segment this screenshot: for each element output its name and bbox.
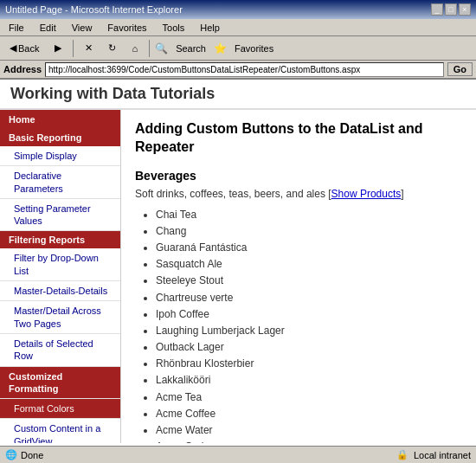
sidebar-item-simple-display[interactable]: Simple Display [0, 146, 120, 166]
sidebar-item-custom-content-gridview[interactable]: Custom Content in a GridView [0, 419, 120, 443]
favorites-icon: ⭐ [214, 42, 227, 55]
menu-help[interactable]: Help [196, 22, 223, 34]
content-area: Adding Custom Buttons to the DataList an… [121, 110, 476, 443]
list-item: Outback Lager [156, 339, 462, 356]
sidebar: Home Basic Reporting Simple Display Decl… [0, 110, 121, 443]
list-item: Chang [156, 223, 462, 240]
window-title: Untitled Page - Microsoft Internet Explo… [5, 4, 183, 15]
sidebar-item-filter-dropdown[interactable]: Filter by Drop-Down List [0, 248, 120, 281]
window-controls[interactable]: _ □ × [431, 3, 471, 16]
sidebar-item-master-detail-across[interactable]: Master/Detail Across Two Pages [0, 301, 120, 334]
address-bar: Address Go [0, 61, 476, 80]
stop-button[interactable]: ✕ [79, 40, 99, 56]
sidebar-item-setting-parameter-values[interactable]: Setting Parameter Values [0, 199, 120, 232]
page-header-title: Working with Data Tutorials [10, 85, 215, 102]
forward-button[interactable]: ▶ [48, 40, 68, 56]
status-right: 🔒 Local intranet [396, 449, 471, 460]
minimize-button[interactable]: _ [431, 3, 443, 16]
address-label: Address [3, 64, 42, 74]
beverages-show-products-link[interactable]: Show Products [331, 188, 402, 200]
list-item: Ipoh Coffee [156, 306, 462, 323]
zone-text: Local intranet [414, 450, 471, 460]
refresh-button[interactable]: ↻ [102, 40, 122, 56]
status-bar: 🌐 Done 🔒 Local intranet [0, 446, 476, 463]
home-button[interactable]: ⌂ [125, 41, 144, 56]
search-button[interactable]: Search [170, 41, 212, 56]
sidebar-item-format-colors[interactable]: Format Colors [0, 399, 120, 419]
menu-edit[interactable]: Edit [36, 22, 60, 34]
list-item: Lakkalikööri [156, 372, 462, 389]
menu-file[interactable]: File [5, 22, 28, 34]
menu-tools[interactable]: Tools [159, 22, 189, 34]
list-item: Chartreuse verte [156, 290, 462, 306]
list-item: Rhönbrau Klosterbier [156, 356, 462, 372]
sidebar-item-declarative-parameters[interactable]: Declarative Parameters [0, 166, 120, 199]
main-layout: Home Basic Reporting Simple Display Decl… [0, 110, 476, 443]
status-left: 🌐 Done [5, 449, 43, 460]
sidebar-section-basic-reporting[interactable]: Basic Reporting [0, 129, 120, 146]
title-bar: Untitled Page - Microsoft Internet Explo… [0, 0, 476, 19]
beverages-product-list: Chai Tea Chang Guaraná Fantástica Sasqua… [156, 207, 462, 443]
sidebar-section-filtering-reports[interactable]: Filtering Reports [0, 231, 120, 248]
list-item: Sasquatch Ale [156, 256, 462, 273]
sidebar-section-customized-formatting[interactable]: Customized Formatting [0, 367, 120, 400]
lock-icon: 🔒 [396, 449, 408, 460]
list-item: Chai Tea [156, 207, 462, 223]
sidebar-item-master-details[interactable]: Master-Details-Details [0, 281, 120, 301]
list-item: Steeleye Stout [156, 273, 462, 289]
list-item: Acme Tea [156, 389, 462, 406]
go-button[interactable]: Go [447, 62, 473, 76]
content-title: Adding Custom Buttons to the DataList an… [135, 120, 462, 157]
sidebar-home[interactable]: Home [0, 110, 120, 129]
list-item: Acme Water [156, 422, 462, 439]
list-item: Acme Coffee [156, 406, 462, 422]
close-button[interactable]: × [459, 3, 471, 16]
page-header: Working with Data Tutorials [0, 80, 476, 110]
toolbar-separator-1 [73, 40, 74, 57]
menu-favorites[interactable]: Favorites [104, 22, 150, 34]
menu-view[interactable]: View [68, 22, 96, 34]
toolbar-separator-2 [149, 40, 150, 57]
back-button[interactable]: ◀ Back [3, 40, 45, 56]
search-icon: 🔍 [155, 42, 168, 55]
sidebar-item-details-selected-row[interactable]: Details of Selected Row [0, 334, 120, 367]
beverages-description: Soft drinks, coffees, teas, beers, and a… [135, 188, 462, 200]
toolbar: ◀ Back ▶ ✕ ↻ ⌂ 🔍 Search ⭐ Favorites [0, 36, 476, 61]
list-item: Guaraná Fantástica [156, 240, 462, 256]
menu-bar: File Edit View Favorites Tools Help [0, 19, 476, 36]
search-area: 🔍 Search ⭐ Favorites [155, 41, 280, 56]
favorites-button[interactable]: Favorites [228, 41, 280, 56]
list-item: Acme Soda [156, 439, 462, 443]
status-icon: 🌐 [5, 449, 17, 460]
beverages-heading: Beverages [135, 169, 462, 183]
status-text: Done [21, 450, 43, 460]
maximize-button[interactable]: □ [445, 3, 457, 16]
list-item: Laughing Lumberjack Lager [156, 323, 462, 339]
address-input[interactable] [45, 62, 444, 77]
